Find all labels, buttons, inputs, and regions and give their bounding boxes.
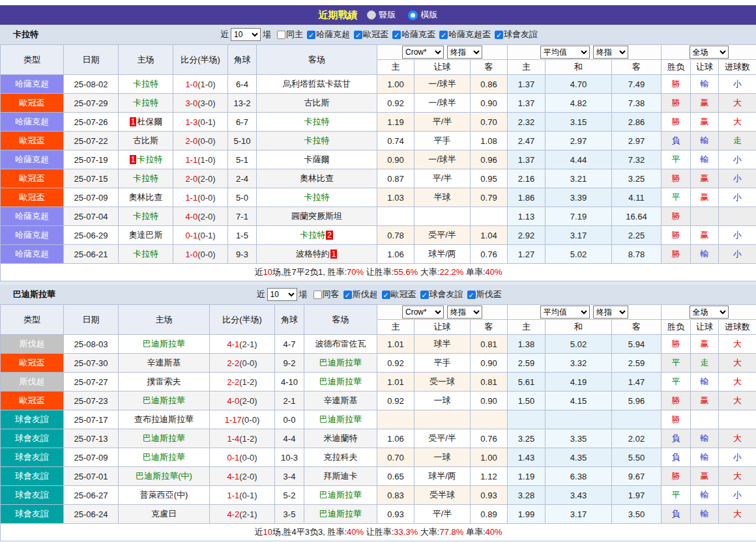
home-team-name: 查布拉迪斯拉華 — [134, 414, 194, 424]
avg-home-cell: 2.32 — [508, 113, 545, 132]
avg-away-cell: 7.49 — [612, 75, 662, 94]
avg-away-cell: 8.78 — [612, 245, 662, 264]
radio-horizontal-layout[interactable]: 橫版 — [408, 9, 438, 21]
avg-home-cell: 2.92 — [508, 226, 545, 245]
corner-cell: 5-10 — [228, 132, 257, 150]
result-cell: 負 — [662, 132, 691, 150]
league-cell: 球會友誼 — [1, 505, 64, 524]
games-count-select[interactable]: 10 — [267, 288, 297, 301]
table-row: 哈薩克超25-06-21卡拉特1-0(0-0)9-3波格特約11.06球半/两0… — [1, 245, 756, 264]
summary-value: 70% — [347, 267, 364, 277]
summary-label: 大率: — [418, 527, 439, 537]
odds-home-cell: 0.92 — [377, 392, 414, 410]
avg-home-cell: 1.37 — [508, 75, 545, 94]
score-cell: 4-1(2-1) — [210, 335, 275, 354]
radio-vertical-icon[interactable] — [367, 10, 376, 20]
odds-home-cell — [377, 207, 414, 226]
league-cell: 球會友誼 — [1, 429, 64, 448]
odds-source-select[interactable]: Crow* — [402, 306, 444, 319]
league-filter-checkbox-0[interactable]: ✓ — [307, 31, 315, 39]
fulltime-score: 4-1 — [227, 339, 239, 349]
handicap-cell — [414, 207, 471, 226]
same-venue-label: 同客 — [323, 289, 340, 300]
avg-draw-cell: 4.82 — [545, 94, 612, 113]
avg-select[interactable]: 平均值 — [540, 306, 590, 319]
league-filter-label-0: 斯伐超 — [353, 289, 378, 300]
score-cell: 1-17(0-0) — [210, 410, 275, 429]
goals-result-cell: 大 — [719, 373, 756, 392]
goals-result-cell: 大 — [719, 505, 756, 524]
league-filter-label-0: 哈薩克超 — [316, 29, 350, 40]
summary-label: 大率: — [418, 267, 439, 277]
league-filter-checkbox-1[interactable]: ✓ — [354, 31, 362, 39]
away-team-cell: 辛連斯基 — [304, 392, 377, 410]
avg-home-cell: 2.47 — [508, 132, 545, 150]
odds-final-select[interactable]: 终指 — [447, 46, 482, 59]
league-filter-checkbox-3[interactable]: ✓ — [439, 31, 448, 39]
date-cell: 25-07-30 — [64, 354, 119, 373]
table-row: 歐冠盃25-07-23巴迪斯拉華4-0(2-0)2-1辛連斯基0.92一球0.9… — [1, 392, 756, 410]
fulltime-score: 3-0 — [185, 98, 197, 108]
result-cell: 勝 — [662, 245, 691, 264]
handicap-result-cell: 輸 — [691, 245, 719, 264]
odds-home-cell: 1.03 — [377, 188, 414, 207]
games-count-select[interactable]: 10 — [231, 28, 261, 41]
sub-header-5: 客 — [612, 60, 662, 75]
home-team-name: 巴迪斯拉華 — [143, 452, 185, 462]
league-filter-checkbox-3[interactable]: ✓ — [467, 291, 476, 299]
league-filter-checkbox-2[interactable]: ✓ — [420, 291, 429, 299]
scope-select[interactable]: 全场 — [690, 306, 729, 319]
score-cell: 1-3(0-1) — [173, 113, 228, 132]
odds-final-select[interactable]: 终指 — [447, 306, 482, 319]
table-row: 哈薩克超25-07-191卡拉特1-1(1-0)5-1卡薩爾0.90一/球半0.… — [1, 150, 756, 169]
avg-draw-cell: 3.32 — [545, 354, 612, 373]
fulltime-score: 2-0 — [185, 136, 197, 146]
league-filter-checkbox-0[interactable]: ✓ — [343, 291, 352, 299]
halftime-score: (2-0) — [197, 174, 215, 184]
league-cell: 歐冠盃 — [1, 188, 64, 207]
handicap-result-cell: 輸 — [691, 486, 719, 505]
result-cell: 勝 — [662, 113, 691, 132]
same-venue-checkbox[interactable] — [277, 31, 285, 39]
away-team-name: 巴迪斯拉華 — [319, 509, 362, 519]
halftime-score: (2-1) — [239, 509, 257, 519]
red-card-badge: 1 — [130, 155, 137, 164]
radio-horizontal-icon[interactable] — [408, 10, 418, 20]
avg-select[interactable]: 平均值 — [540, 46, 590, 59]
radio-vertical-layout[interactable]: 豎版 — [367, 9, 396, 21]
league-filter-checkbox-4[interactable]: ✓ — [495, 31, 503, 39]
league-filter-checkbox-2[interactable]: ✓ — [392, 31, 401, 39]
league-filter-checkbox-1[interactable]: ✓ — [382, 291, 390, 299]
home-team-name: 巴迪斯拉華 — [143, 395, 185, 405]
scope-select[interactable]: 全场 — [690, 46, 729, 59]
league-cell: 歐冠盃 — [1, 132, 64, 150]
handicap-cell: 受平/半 — [414, 226, 471, 245]
col-header-1: 日期 — [64, 45, 119, 75]
odds-home-cell: 0.83 — [377, 486, 414, 505]
same-venue-checkbox[interactable] — [313, 291, 322, 299]
home-team-cell: 古比斯 — [119, 132, 173, 150]
handicap-cell: 受一球 — [414, 373, 471, 392]
sub-header-7: 让球 — [691, 60, 719, 75]
home-team-cell: 1杜保爾 — [119, 113, 173, 132]
goals-result-cell: 走 — [719, 132, 756, 150]
odds-home-cell: 0.87 — [377, 169, 414, 188]
result-cell: 平 — [662, 150, 691, 169]
fulltime-score: 4-2 — [227, 509, 239, 519]
col-header-5: 客场 — [257, 45, 377, 75]
away-team-name: 圓蘭突厥斯坦 — [291, 211, 342, 221]
away-team-name: 巴迪斯拉華 — [319, 358, 362, 367]
league-filter-label-3: 斯伐盃 — [476, 289, 502, 300]
sub-header-2: 客 — [471, 60, 508, 75]
odds-source-select[interactable]: Crow* — [402, 46, 444, 59]
summary-label: 单率: — [463, 267, 485, 277]
odds-away-cell: 0.90 — [471, 94, 508, 113]
avg-odds-controls: 平均值终指 — [508, 46, 661, 59]
avg-final-select[interactable]: 终指 — [593, 306, 628, 319]
date-cell: 25-07-26 — [64, 113, 119, 132]
home-team-name: 卡拉特 — [137, 154, 162, 164]
near-label: 近 — [220, 29, 229, 40]
avg-final-select[interactable]: 终指 — [593, 46, 628, 59]
handicap-cell: 受平/半 — [414, 429, 471, 448]
corner-cell: 3-5 — [275, 505, 304, 524]
